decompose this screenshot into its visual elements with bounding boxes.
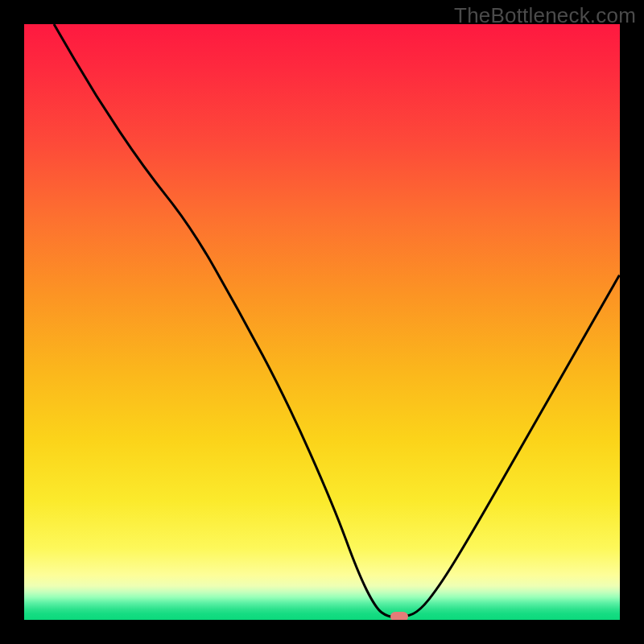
chart-frame: TheBottleneck.com (0, 0, 644, 644)
bottleneck-curve (24, 24, 620, 620)
curve-path (54, 24, 620, 617)
plot-area (24, 24, 620, 620)
optimal-point-marker (390, 612, 408, 620)
watermark-text: TheBottleneck.com (454, 3, 636, 28)
